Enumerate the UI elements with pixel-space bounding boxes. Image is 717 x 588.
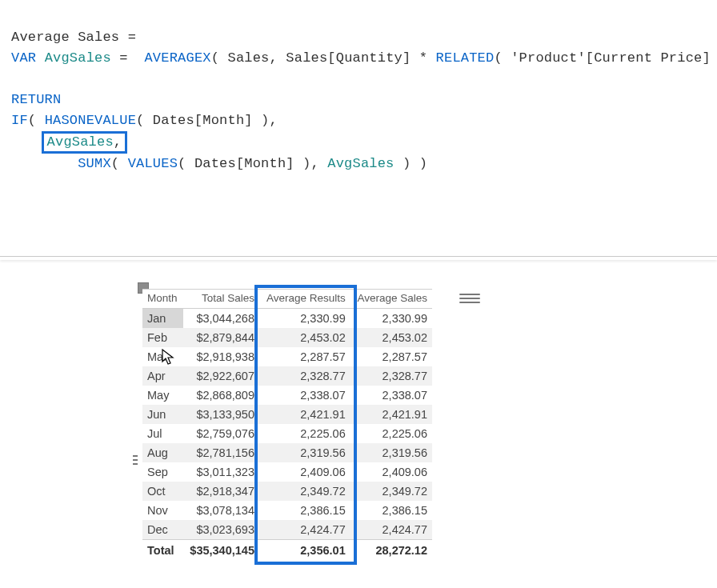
cell-total-sales[interactable]: $2,781,156 (183, 443, 259, 462)
cell-total-sales[interactable]: $3,011,323 (183, 462, 259, 482)
table-row[interactable]: May$2,868,8092,338.072,338.07 (142, 386, 432, 405)
cell-month[interactable]: Dec (142, 520, 183, 540)
cell-average-sales[interactable]: 2,424.77 (350, 520, 432, 540)
cell-total-sales[interactable]: $2,922,607 (183, 366, 259, 386)
col-header-total-sales[interactable]: Total Sales (183, 290, 259, 309)
table-total-row: Total $35,340,145 2,356.01 28,272.12 (142, 540, 432, 561)
dax-formula-editor[interactable]: Average Sales = VAR AvgSales = AVERAGEX(… (0, 0, 717, 184)
cell-total-sales[interactable]: $2,868,809 (183, 386, 259, 405)
return-keyword: RETURN (11, 92, 61, 107)
cell-average-sales[interactable]: 2,349.72 (350, 482, 432, 501)
cell-average-sales[interactable]: 2,338.07 (350, 386, 432, 405)
table-row[interactable]: Aug$2,781,1562,319.562,319.56 (142, 443, 432, 462)
cell-total-sales[interactable]: $3,023,693 (183, 520, 259, 540)
cell-month[interactable]: Oct (142, 482, 183, 501)
cell-average-sales[interactable]: 2,453.02 (350, 328, 432, 347)
cell-average-results[interactable]: 2,225.06 (259, 424, 350, 443)
measure-name: Average Sales (11, 30, 119, 45)
cell-average-results[interactable]: 2,349.72 (259, 482, 350, 501)
cell-average-sales[interactable]: 2,287.57 (350, 347, 432, 366)
var-keyword: VAR (11, 50, 36, 66)
cell-total-sales[interactable]: $3,133,950 (183, 405, 259, 424)
table-row[interactable]: Jan$3,044,2682,330.992,330.99 (142, 309, 432, 329)
sales-table-visual[interactable]: Month Total Sales Average Results Averag… (142, 289, 432, 560)
fn-hasonevalue: HASONEVALUE (45, 113, 136, 128)
table-row[interactable]: Jul$2,759,0762,225.062,225.06 (142, 424, 432, 443)
cell-month[interactable]: Jan (142, 309, 183, 329)
fn-related: RELATED (436, 50, 495, 66)
total-label: Total (142, 540, 183, 561)
cell-total-sales[interactable]: $2,918,347 (183, 482, 259, 501)
visual-side-handle[interactable] (133, 455, 138, 476)
table-row[interactable]: Jun$3,133,9502,421.912,421.91 (142, 405, 432, 424)
cell-average-sales[interactable]: 2,330.99 (350, 309, 432, 329)
total-total-sales: $35,340,145 (183, 540, 259, 561)
cell-average-sales[interactable]: 2,409.06 (350, 462, 432, 482)
pane-divider[interactable] (0, 256, 717, 260)
cell-month[interactable]: Mar (142, 347, 183, 366)
cell-average-results[interactable]: 2,328.77 (259, 366, 350, 386)
cell-average-results[interactable]: 2,409.06 (259, 462, 350, 482)
cell-total-sales[interactable]: $2,759,076 (183, 424, 259, 443)
cell-average-sales[interactable]: 2,386.15 (350, 501, 432, 520)
cell-average-results[interactable]: 2,287.57 (259, 347, 350, 366)
cell-month[interactable]: May (142, 386, 183, 405)
table-row[interactable]: Sep$3,011,3232,409.062,409.06 (142, 462, 432, 482)
total-average-results: 2,356.01 (259, 540, 350, 561)
cell-average-results[interactable]: 2,421.91 (259, 405, 350, 424)
fn-sumx: SUMX (78, 156, 111, 171)
table-row[interactable]: Feb$2,879,8442,453.022,453.02 (142, 328, 432, 347)
table-header-row: Month Total Sales Average Results Averag… (142, 290, 432, 309)
col-header-average-sales[interactable]: Average Sales (350, 290, 432, 309)
fn-if: IF (11, 113, 28, 128)
table-row[interactable]: Nov$3,078,1342,386.152,386.15 (142, 501, 432, 520)
cell-average-sales[interactable]: 2,328.77 (350, 366, 432, 386)
cell-total-sales[interactable]: $2,879,844 (183, 328, 259, 347)
cell-month[interactable]: Nov (142, 501, 183, 520)
cell-total-sales[interactable]: $2,918,938 (183, 347, 259, 366)
table-row[interactable]: Dec$3,023,6932,424.772,424.77 (142, 520, 432, 540)
cell-total-sales[interactable]: $3,078,134 (183, 501, 259, 520)
cell-month[interactable]: Jul (142, 424, 183, 443)
visual-drag-handle[interactable] (459, 294, 480, 306)
cell-average-results[interactable]: 2,319.56 (259, 443, 350, 462)
col-header-month[interactable]: Month (142, 290, 183, 309)
cell-average-results[interactable]: 2,330.99 (259, 309, 350, 329)
fn-averagex: AVERAGEX (144, 50, 210, 66)
table-row[interactable]: Mar$2,918,9382,287.572,287.57 (142, 347, 432, 366)
cell-month[interactable]: Aug (142, 443, 183, 462)
total-average-sales: 28,272.12 (350, 540, 432, 561)
cell-total-sales[interactable]: $3,044,268 (183, 309, 259, 329)
cell-month[interactable]: Feb (142, 328, 183, 347)
highlighted-return-value: AvgSales, (42, 131, 128, 154)
fn-values: VALUES (128, 156, 178, 171)
cell-average-sales[interactable]: 2,421.91 (350, 405, 432, 424)
cell-average-results[interactable]: 2,338.07 (259, 386, 350, 405)
cell-average-results[interactable]: 2,386.15 (259, 501, 350, 520)
cell-average-results[interactable]: 2,424.77 (259, 520, 350, 540)
report-canvas[interactable]: Month Total Sales Average Results Averag… (142, 289, 487, 560)
var-name: AvgSales (45, 50, 111, 66)
cell-average-sales[interactable]: 2,319.56 (350, 443, 432, 462)
cell-month[interactable]: Sep (142, 462, 183, 482)
cell-month[interactable]: Apr (142, 366, 183, 386)
cell-average-sales[interactable]: 2,225.06 (350, 424, 432, 443)
table-row[interactable]: Apr$2,922,6072,328.772,328.77 (142, 366, 432, 386)
col-header-average-results[interactable]: Average Results (259, 290, 350, 309)
table-row[interactable]: Oct$2,918,3472,349.722,349.72 (142, 482, 432, 501)
cell-month[interactable]: Jun (142, 405, 183, 424)
cell-average-results[interactable]: 2,453.02 (259, 328, 350, 347)
